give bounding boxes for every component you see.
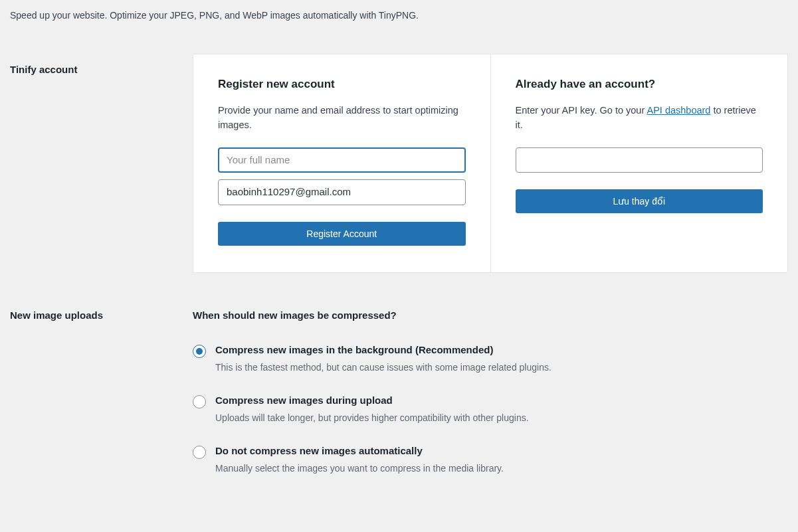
existing-desc: Enter your API key. Go to your API dashb… [516, 103, 763, 133]
full-name-input[interactable] [218, 147, 466, 173]
existing-heading: Already have an account? [516, 78, 763, 91]
radio-upload[interactable] [193, 395, 206, 408]
new-image-uploads-section: New image uploads When should new images… [10, 310, 788, 495]
tinify-account-section: Tinify account Register new account Prov… [10, 54, 788, 273]
radio-option-background: Compress new images in the background (R… [193, 344, 788, 375]
existing-desc-prefix: Enter your API key. Go to your [516, 105, 647, 116]
section-label-uploads: New image uploads [10, 310, 193, 495]
radio-desc-upload: Uploads will take longer, but provides h… [215, 411, 788, 425]
radio-none[interactable] [193, 446, 206, 459]
register-account-button[interactable]: Register Account [218, 222, 466, 246]
email-input[interactable] [218, 179, 466, 205]
existing-column: Already have an account? Enter your API … [491, 54, 788, 272]
uploads-question: When should new images be compressed? [193, 310, 788, 321]
register-desc: Provide your name and email address to s… [218, 103, 466, 133]
api-key-input[interactable] [516, 147, 763, 173]
radio-option-none: Do not compress new images automatically… [193, 445, 788, 476]
intro-text: Speed up your website. Optimize your JPE… [10, 10, 788, 21]
register-heading: Register new account [218, 78, 466, 91]
register-column: Register new account Provide your name a… [193, 54, 491, 272]
radio-label-upload[interactable]: Compress new images during upload [215, 395, 788, 406]
radio-option-upload: Compress new images during upload Upload… [193, 395, 788, 425]
radio-desc-none: Manually select the images you want to c… [215, 462, 788, 476]
radio-label-background[interactable]: Compress new images in the background (R… [215, 344, 788, 355]
radio-label-none[interactable]: Do not compress new images automatically [215, 445, 788, 456]
api-dashboard-link[interactable]: API dashboard [647, 105, 711, 116]
section-label-account: Tinify account [10, 54, 193, 273]
account-box: Register new account Provide your name a… [193, 54, 788, 273]
save-changes-button[interactable]: Lưu thay đổi [516, 189, 763, 213]
radio-background[interactable] [193, 345, 206, 358]
radio-desc-background: This is the fastest method, but can caus… [215, 361, 788, 375]
